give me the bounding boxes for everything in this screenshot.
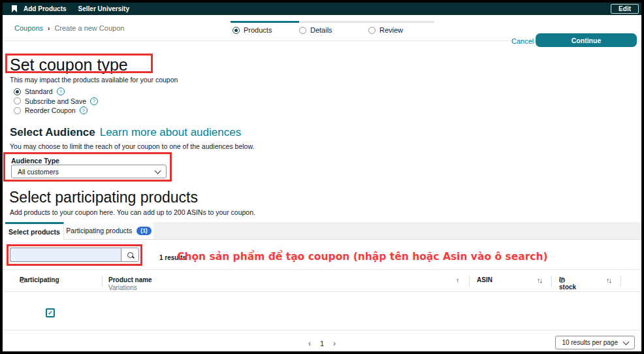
option-label: Reorder Coupon: [25, 106, 76, 114]
help-icon[interactable]: ?: [80, 106, 88, 114]
next-page-icon[interactable]: ›: [333, 339, 336, 348]
column-divider: [469, 276, 470, 286]
coupon-type-subtitle: This may impact the products available f…: [10, 76, 178, 84]
option-label: Subscribe and Save: [25, 97, 86, 105]
audience-type-label: Audience Type: [11, 157, 59, 165]
seller-central-coupon-page: Add Products Seller University Edit Coup…: [0, 0, 644, 354]
products-subtitle: Add products to your coupon here. You ca…: [10, 208, 255, 216]
continue-button[interactable]: Continue: [536, 33, 637, 47]
column-divider: [102, 276, 103, 286]
coupon-type-title: Set coupon type: [10, 56, 128, 74]
tab-select-products[interactable]: Select products: [5, 222, 64, 240]
column-product-name: Product name: [108, 276, 152, 283]
prev-page-icon[interactable]: ‹: [308, 339, 311, 348]
count-badge: (1): [137, 227, 151, 235]
step-label: Details: [310, 26, 332, 34]
step-label: Review: [379, 26, 403, 34]
sort-asc-icon[interactable]: ↑: [456, 276, 459, 284]
breadcrumb-separator-icon: ›: [48, 25, 50, 32]
stepper-progress-fill: [231, 21, 299, 23]
column-variations: Variations: [108, 284, 137, 291]
products-tab-bar: Select products Participating products (…: [3, 222, 641, 240]
audience-type-select[interactable]: All customers: [11, 165, 167, 178]
stepper-progress-bar: [231, 21, 434, 23]
bookmark-icon[interactable]: [12, 5, 17, 12]
table-row: ✓: [3, 293, 641, 330]
product-search-group: [10, 248, 139, 262]
coupon-type-options: Standard ? Subscribe and Save ? Reorder …: [14, 88, 98, 114]
radio-icon: [14, 107, 21, 114]
page-header: Coupons › Create a new Coupon Products D…: [3, 15, 641, 41]
step-label: Products: [244, 26, 272, 34]
edit-button[interactable]: Edit: [611, 4, 639, 14]
breadcrumb-coupons-link[interactable]: Coupons: [14, 24, 43, 32]
radio-selected-icon: [233, 27, 240, 34]
cancel-link[interactable]: Cancel: [511, 37, 534, 45]
option-label: Standard: [25, 88, 53, 95]
info-icon[interactable]: ⓘ: [559, 276, 565, 285]
products-title: Select participating products: [9, 189, 198, 206]
info-icon[interactable]: ⓘ: [20, 276, 25, 285]
column-asin: ASIN: [477, 276, 492, 283]
tab-bar-filler: [153, 222, 641, 240]
learn-more-audiences-link[interactable]: Learn more about audiences: [100, 126, 241, 139]
participating-checkbox-checked[interactable]: ✓: [46, 308, 55, 317]
chevron-down-icon: [155, 167, 161, 174]
help-icon[interactable]: ?: [90, 97, 98, 105]
product-search-input[interactable]: [10, 248, 121, 262]
step-products[interactable]: Products: [233, 26, 272, 34]
help-icon[interactable]: ?: [57, 88, 65, 95]
radio-icon: [299, 27, 306, 34]
breadcrumb-current: Create a new Coupon: [54, 24, 124, 32]
audience-title: Select Audience: [10, 126, 95, 139]
audience-heading: Select Audience Learn more about audienc…: [10, 126, 241, 139]
pagination: ‹ 1 ›: [3, 339, 641, 348]
nav-item-seller-university[interactable]: Seller University: [78, 5, 129, 12]
tab-label: Participating products: [66, 227, 132, 234]
radio-selected-icon: [14, 88, 21, 95]
audience-type-value: All customers: [18, 168, 59, 176]
radio-icon: [368, 27, 376, 34]
column-label: Participating: [20, 276, 59, 283]
search-button[interactable]: [121, 248, 139, 262]
sort-toggle-icon[interactable]: ↑↓: [606, 276, 611, 284]
option-standard[interactable]: Standard ?: [14, 88, 98, 95]
radio-icon: [14, 97, 21, 105]
tab-participating-products[interactable]: Participating products (1): [64, 222, 153, 240]
option-reorder-coupon[interactable]: Reorder Coupon ?: [14, 106, 98, 114]
column-divider: [551, 276, 552, 286]
sort-toggle-icon[interactable]: ↑↓: [537, 276, 542, 284]
results-per-page-value: 10 results per page: [562, 339, 618, 346]
step-review[interactable]: Review: [368, 26, 403, 34]
chevron-down-icon: [623, 338, 630, 345]
results-per-page-select[interactable]: 10 results per page: [555, 336, 635, 349]
products-table-header: Participating ⓘ Product name Variations …: [3, 269, 641, 292]
nav-item-add-products[interactable]: Add Products: [24, 5, 67, 12]
audience-subtitle: You may choose to limit the reach of you…: [10, 142, 254, 150]
step-details[interactable]: Details: [299, 26, 332, 34]
page-number[interactable]: 1: [320, 340, 324, 347]
annotation-note: Chọn sản phẩm để tạo coupon (nhập tên ho…: [177, 251, 548, 263]
option-subscribe-and-save[interactable]: Subscribe and Save ?: [14, 97, 98, 105]
search-icon: [127, 252, 133, 258]
top-navbar: Add Products Seller University Edit: [3, 3, 641, 15]
column-divider: [620, 276, 621, 286]
breadcrumb: Coupons › Create a new Coupon: [14, 24, 124, 32]
